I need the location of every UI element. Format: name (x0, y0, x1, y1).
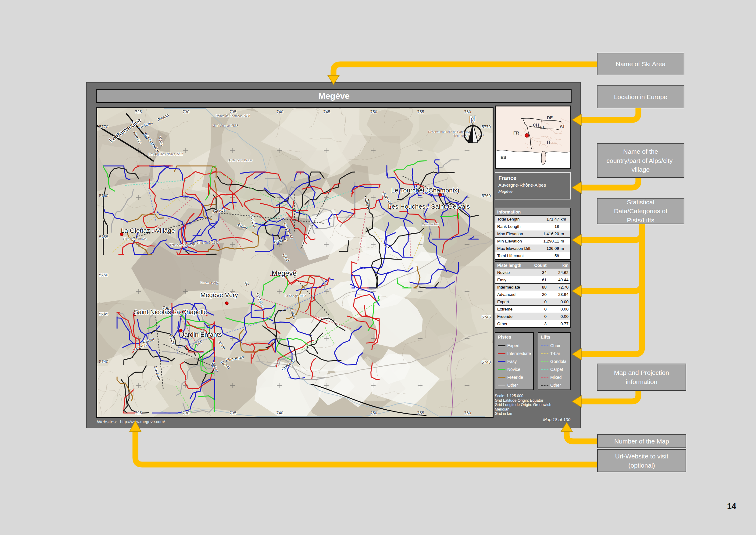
piste-length-table: Piste length Count km Novice3424.62Easy6… (495, 261, 571, 328)
legend-item-label: Expert (507, 343, 520, 348)
inset-label-IT: IT (547, 140, 551, 145)
map-number: Map 18 of 100 (543, 417, 570, 422)
piste-line-swatch (498, 345, 505, 346)
ski-map-panel: Megève Giettaz-en-AravisPraz-sur-ArlyTêt… (86, 82, 581, 428)
legend-item-label: Intermediate (507, 351, 531, 356)
lift-line-swatch (541, 369, 549, 370)
map-tiny-label: Les Aiguilles Noires 2232 (149, 153, 183, 156)
grid-label-bottom: 730 (183, 410, 190, 415)
grid-label-bottom: 750 (370, 410, 377, 415)
legend-item: Expert (498, 342, 531, 350)
legend-item-label: Mixed (550, 375, 561, 380)
grid-label-top: 735 (230, 109, 236, 114)
map-tiny-label: La Sangle 1993 (285, 294, 306, 298)
slide-page: Megève Giettaz-en-AravisPraz-sur-ArlyTêt… (0, 0, 756, 535)
table-row: Extreme00.00 (495, 305, 570, 313)
resort-name: Megève (499, 188, 567, 195)
table-row: Novice3424.62 (495, 269, 570, 276)
table-row: Advanced2023.94 (495, 291, 570, 298)
inset-label-FR: FR (513, 130, 519, 135)
table-row: Min Elevation1,290.11m (495, 237, 570, 245)
legend-item-label: Easy (507, 359, 517, 364)
lift-line-swatch (541, 345, 549, 346)
scale-projection-info: Scale: 1:125.000 Grid Latitude Origin: E… (495, 394, 574, 416)
map-title-bar: Megève (96, 89, 572, 103)
piste-name-label: Arête (217, 340, 227, 350)
grid-lat-line: Grid Latitude Origin: Equator (495, 398, 574, 403)
inset-label-DE: DE (547, 115, 553, 120)
town-label: Saint Nicolas La Chapelle (134, 308, 207, 315)
map-tiny-label: Mont Charvet 2538 (212, 124, 238, 127)
grid-label-top: 740 (277, 109, 284, 114)
callout-location-in-europe: Location in Europe (597, 85, 684, 108)
grid-label-top: 760 (464, 109, 471, 114)
piste-line-swatch (498, 385, 505, 386)
information-table-header: Information (495, 208, 570, 215)
legend-item: Other (541, 381, 568, 389)
map-tiny-label: Tête de Balachat 2276 (454, 134, 484, 138)
inset-label-ES: ES (500, 155, 506, 160)
grid-label-bottom: 725 (135, 410, 142, 415)
map-tiny-label: Giettaz-en-Aravis (123, 237, 146, 241)
town-marker-dot (225, 302, 228, 305)
lift-line-swatch (541, 361, 549, 362)
website-url: http://www.megeve.com/ (120, 419, 165, 424)
table-row: Total Length171.47km (495, 215, 570, 223)
page-number: 14 (727, 502, 736, 511)
legend-item-label: Carpet (550, 367, 563, 372)
region-name: Auvergne-Rhône-Alpes (499, 182, 567, 188)
legend-item: Intermediate (498, 350, 531, 357)
grid-label-left: 5760 (99, 193, 108, 198)
lifts-legend: Lifts ChairT-barGondolaCarpetMixedOther (538, 332, 571, 390)
information-table: Information Total Length171.47kmRank Len… (495, 208, 571, 260)
town-marker-dot (439, 193, 442, 196)
ski-area-title: Megève (318, 91, 350, 101)
region-info-box: France Auvergne-Rhône-Alpes Megève (495, 172, 571, 200)
country-name: France (499, 175, 567, 182)
town-label: Jardin Enfants (181, 331, 222, 338)
callout-url-website: Url-Website to visit (optional) (597, 449, 686, 472)
map-tiny-label: Tête des Charmots (170, 243, 195, 247)
piste-line-swatch (498, 369, 505, 370)
town-label: Megève Véry (200, 291, 238, 298)
legend-item-label: Chair (550, 343, 560, 348)
grid-label-right: 5770 (482, 125, 491, 129)
topographic-map: Giettaz-en-AravisPraz-sur-ArlyTête des C… (97, 108, 493, 417)
grid-lon-line: Grid Longitude Origin: Greenwich (495, 403, 574, 407)
table-row: Rank Length18 (495, 223, 570, 230)
legend-item: Other (498, 381, 531, 389)
legend-item-label: Other (550, 383, 561, 388)
europe-inset-svg: DECHLIATFRITES (496, 106, 570, 168)
map-tiny-label: Pointe de Chombas 2468 (216, 114, 250, 118)
compass-north-letter: N (469, 114, 476, 125)
pistes-legend: Pistes ExpertIntermediateEasyNoviceFreer… (495, 332, 534, 390)
piste-table-header: Piste length Count km (495, 262, 570, 269)
grid-label-top: 730 (183, 109, 190, 114)
piste-name-label: Pinson (157, 113, 170, 122)
inset-label-CH: CH (533, 123, 539, 127)
grid-label-top: 725 (135, 109, 142, 114)
meridian-line: Meridian (495, 407, 574, 412)
grid-label-top: 755 (417, 109, 424, 114)
table-row: Total Lift count58 (495, 252, 570, 259)
legend-item: Chair (541, 342, 568, 350)
legend-item: Novice (498, 365, 531, 373)
table-row: Max Elevation1,416.20m (495, 230, 570, 237)
legend-item: Easy (498, 357, 531, 365)
map-tiny-label: Mont Lachat (421, 223, 438, 226)
inset-label-AT: AT (560, 124, 565, 129)
map-tiny-label: Arête de la Besse (229, 158, 253, 162)
legend-item-label: T-bar (550, 351, 560, 356)
map-tiny-label: Praz-sur-Arly (201, 281, 218, 285)
grid-label-bottom: 755 (417, 410, 424, 415)
grid-label-left: 5755 (99, 235, 108, 239)
legend-item: Freeride (498, 373, 531, 381)
resort-location-dot (525, 134, 528, 137)
scale-line: Scale: 1:125.000 (495, 394, 574, 398)
grid-unit-line: Grid in km (495, 411, 574, 416)
inset-label-LI: LI (540, 125, 544, 130)
piste-line-swatch (498, 361, 505, 362)
town-label: Les Houches - Saint-Gervais (388, 203, 470, 210)
grid-label-bottom: 735 (230, 410, 236, 415)
lift-line-swatch (541, 377, 549, 378)
